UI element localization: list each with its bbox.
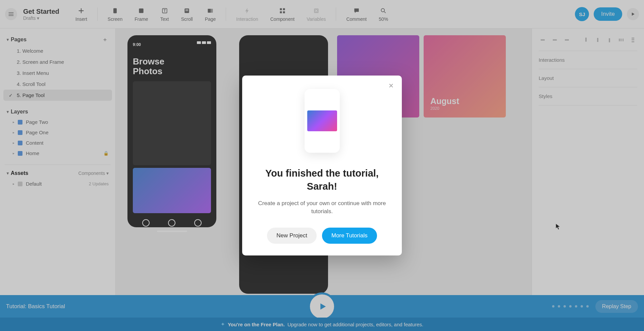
modal-body: Create a project of your own or continue… <box>256 199 388 216</box>
close-button[interactable] <box>387 82 395 90</box>
close-icon <box>388 83 394 89</box>
modal-buttons: New Project More Tutorials <box>256 228 388 244</box>
new-project-button[interactable]: New Project <box>267 228 317 244</box>
more-tutorials-button[interactable]: More Tutorials <box>322 228 377 244</box>
tutorial-complete-modal: You finished the tutorial, Sarah! Create… <box>242 76 402 255</box>
modal-heading: You finished the tutorial, Sarah! <box>256 167 388 193</box>
modal-illustration <box>305 89 340 153</box>
modal-overlay[interactable]: You finished the tutorial, Sarah! Create… <box>0 0 644 331</box>
